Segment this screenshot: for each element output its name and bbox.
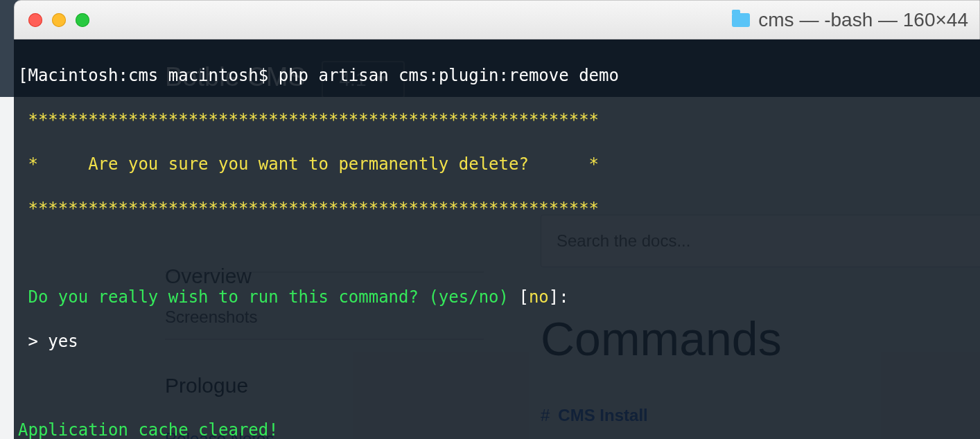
warning-border-top: ****************************************… (18, 109, 976, 131)
terminal-prompt: Macintosh:cms macintosh$ (28, 66, 278, 85)
blank-line (18, 242, 976, 264)
warning-border-bottom: ****************************************… (18, 197, 976, 220)
answer-prefix: > (18, 332, 48, 351)
traffic-lights (28, 13, 89, 27)
output-line: Application cache cleared! (18, 419, 976, 439)
folder-icon (732, 13, 750, 27)
bracket-close: ]: (549, 287, 569, 307)
answer-value: yes (48, 332, 78, 351)
window-titlebar[interactable]: cms — -bash — 160×44 (14, 0, 980, 39)
confirm-question: Do you really wish to run this command? … (18, 287, 509, 307)
bracket-open: [ (509, 287, 529, 307)
terminal[interactable]: [Macintosh:cms macintosh$ php artisan cm… (14, 39, 980, 439)
blank-line (18, 375, 976, 397)
prompt-bracket: [ (18, 66, 28, 85)
close-window-button[interactable] (28, 13, 42, 27)
window-title: cms — -bash — 160×44 (732, 9, 968, 31)
window-title-text: cms — -bash — 160×44 (758, 9, 968, 31)
zoom-window-button[interactable] (76, 13, 89, 27)
confirm-default: no (529, 287, 549, 307)
warning-message: * Are you sure you want to permanently d… (18, 153, 976, 175)
terminal-command: php artisan cms:plugin:remove demo (279, 66, 619, 85)
minimize-window-button[interactable] (52, 13, 66, 27)
